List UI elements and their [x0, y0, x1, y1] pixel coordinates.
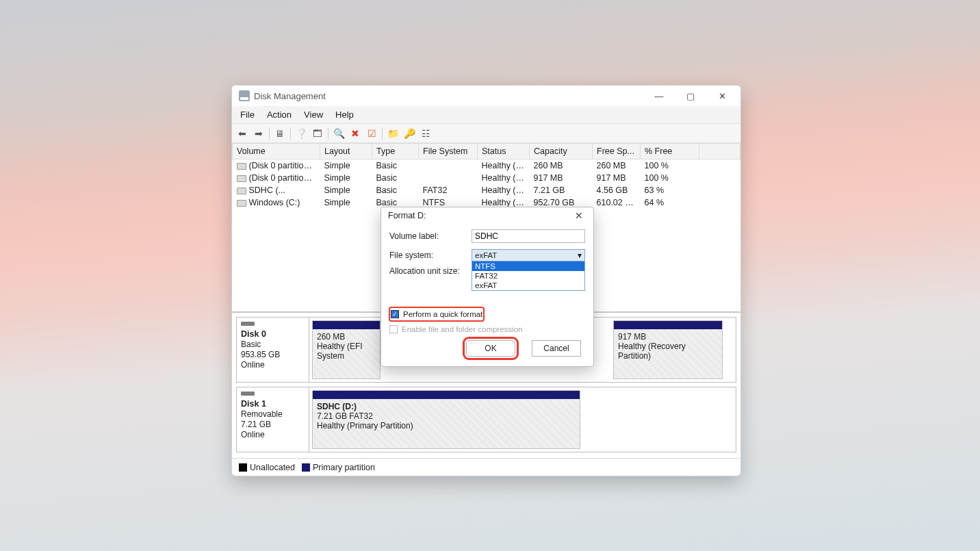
quick-format-checkbox[interactable]: ✓	[391, 310, 399, 318]
partition[interactable]: 917 MBHealthy (Recovery Partition)	[613, 320, 723, 379]
table-row[interactable]: SDHC (...SimpleBasicFAT32Healthy (P...7.…	[233, 184, 740, 196]
properties-icon[interactable]: ☷	[418, 126, 433, 141]
dialog-close-icon[interactable]: ✕	[571, 208, 586, 223]
filesystem-option-ntfs[interactable]: NTFS	[472, 261, 584, 271]
dialog-title: Format D:	[388, 211, 426, 220]
filesystem-option-exfat[interactable]: exFAT	[472, 281, 584, 290]
col-capacity[interactable]: Capacity	[530, 144, 593, 159]
cancel-button[interactable]: Cancel	[532, 340, 581, 357]
disk-header: Disk 1Removable7.21 GBOnline	[237, 387, 309, 452]
menu-view[interactable]: View	[298, 107, 328, 122]
chevron-down-icon: ▾	[578, 251, 582, 260]
menu-action[interactable]: Action	[261, 107, 297, 122]
close-button[interactable]: ✕	[706, 86, 738, 106]
disk-icon	[241, 322, 255, 326]
partition[interactable]: 260 MBHealthy (EFI System	[312, 320, 381, 379]
legend-primary-swatch	[302, 463, 310, 472]
table-row[interactable]: (Disk 0 partition 4)SimpleBasicHealthy (…	[233, 172, 740, 184]
quick-format-label: Perform a quick format	[403, 310, 482, 318]
legend-primary-label: Primary partition	[313, 463, 375, 472]
label-allocation-unit: Allocation unit size:	[389, 266, 472, 276]
legend-unallocated-swatch	[239, 463, 247, 472]
col-status[interactable]: Status	[478, 144, 530, 159]
window-title: Disk Management	[254, 91, 326, 101]
check-icon[interactable]: ☑	[364, 126, 379, 141]
folder-icon[interactable]: 📁	[385, 126, 400, 141]
delete-icon[interactable]: ✖	[348, 126, 363, 141]
legend: Unallocated Primary partition	[232, 458, 740, 476]
titlebar: Disk Management — ▢ ✕	[232, 86, 740, 106]
filesystem-dropdown-list: NTFS FAT32 exFAT	[472, 261, 585, 291]
compression-label: Enable file and folder compression	[402, 325, 522, 333]
refresh-icon[interactable]: 🗔	[310, 126, 325, 141]
disk-icon	[241, 392, 255, 396]
col-filesystem[interactable]: File System	[419, 144, 478, 159]
compression-row: Enable file and folder compression	[389, 322, 585, 336]
ok-button[interactable]: OK	[466, 340, 515, 357]
partition[interactable]: SDHC (D:)7.21 GB FAT32Healthy (Primary P…	[312, 390, 580, 449]
maximize-button[interactable]: ▢	[675, 86, 706, 106]
quick-format-row: ✓ Perform a quick format	[389, 307, 484, 321]
minimize-button[interactable]: —	[643, 86, 675, 106]
volume-icon	[237, 175, 246, 182]
filesystem-option-fat32[interactable]: FAT32	[472, 271, 584, 281]
col-pctfree[interactable]: % Free	[641, 144, 699, 159]
col-spacer	[699, 144, 740, 159]
col-type[interactable]: Type	[372, 144, 419, 159]
format-dialog: Format D: ✕ Volume label: File system: e…	[381, 207, 594, 367]
volume-icon	[237, 163, 246, 170]
input-volume-label[interactable]	[472, 229, 585, 243]
label-filesystem: File system:	[389, 251, 472, 260]
forward-icon[interactable]: ➡	[251, 126, 266, 141]
disk-header: Disk 0Basic953.85 GBOnline	[237, 318, 309, 382]
menubar: File Action View Help	[232, 106, 740, 124]
filesystem-dropdown[interactable]: exFAT ▾	[472, 249, 585, 261]
col-freespace[interactable]: Free Sp...	[593, 144, 641, 159]
col-layout[interactable]: Layout	[320, 144, 372, 159]
computer-icon[interactable]: 🖥	[272, 126, 287, 141]
disk-row: Disk 1Removable7.21 GBOnlineSDHC (D:)7.2…	[236, 387, 736, 452]
filesystem-selected: exFAT	[475, 251, 497, 259]
key-icon[interactable]: 🔑	[402, 126, 417, 141]
legend-unallocated-label: Unallocated	[250, 463, 295, 472]
toolbar: ⬅ ➡ 🖥 ❔ 🗔 🔍 ✖ ☑ 📁 🔑 ☷	[232, 124, 740, 143]
app-icon	[239, 90, 250, 101]
compression-checkbox	[389, 325, 398, 333]
label-volume: Volume label:	[389, 231, 472, 241]
volume-icon	[237, 200, 246, 207]
rescan-icon[interactable]: 🔍	[331, 126, 346, 141]
help-icon[interactable]: ❔	[294, 126, 309, 141]
table-row[interactable]: (Disk 0 partition 1)SimpleBasicHealthy (…	[233, 159, 740, 172]
menu-file[interactable]: File	[235, 107, 260, 122]
back-icon[interactable]: ⬅	[235, 126, 250, 141]
volume-icon	[237, 188, 246, 194]
col-volume[interactable]: Volume	[233, 144, 320, 159]
menu-help[interactable]: Help	[330, 107, 359, 122]
